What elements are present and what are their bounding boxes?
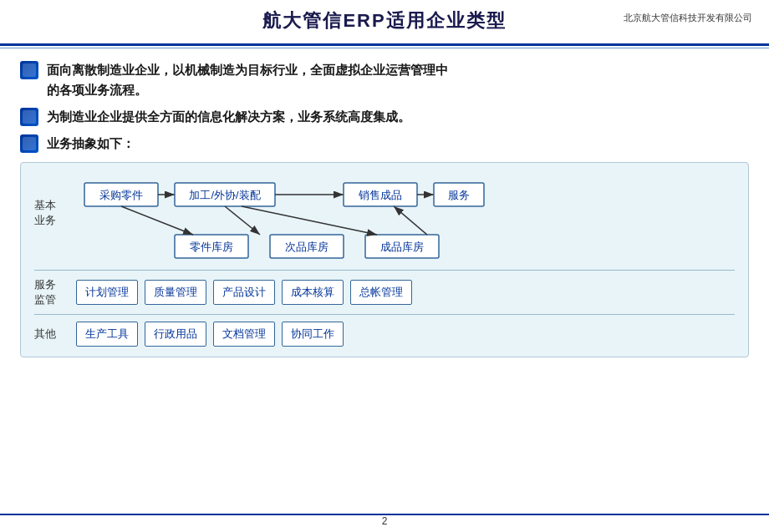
box-cost: 成本核算 xyxy=(282,280,344,305)
bullet-text-2: 为制造业企业提供全方面的信息化解决方案，业务系统高度集成。 xyxy=(47,107,410,127)
box-production-tools: 生产工具 xyxy=(76,322,138,347)
diagram-area: 基本业务 采购零件 加工/外协/装配 销 xyxy=(20,162,749,357)
svg-text:销售成品: 销售成品 xyxy=(358,189,402,201)
other-label: 其他 xyxy=(34,327,69,342)
svg-text:服务: 服务 xyxy=(448,189,470,201)
box-accounting: 总帐管理 xyxy=(350,280,412,305)
bullet-icon-1 xyxy=(20,61,38,79)
svg-text:加工/外协/装配: 加工/外协/装配 xyxy=(189,189,260,201)
flow-svg: 采购零件 加工/外协/装配 销售成品 服务 xyxy=(76,175,736,266)
header-line xyxy=(0,43,769,46)
bullet-icon-3 xyxy=(20,134,38,153)
box-product-design: 产品设计 xyxy=(213,280,275,305)
bullet-item-2: 为制造业企业提供全方面的信息化解决方案，业务系统高度集成。 xyxy=(20,107,749,127)
basic-label: 基本业务 xyxy=(34,198,69,228)
other-section: 其他 生产工具 行政用品 文档管理 协同工作 xyxy=(34,314,735,347)
bullet-text-3: 业务抽象如下： xyxy=(47,134,135,154)
box-planning: 计划管理 xyxy=(76,280,138,305)
box-quality: 质量管理 xyxy=(145,280,206,305)
svg-text:成品库房: 成品库房 xyxy=(380,241,424,253)
svg-text:采购零件: 采购零件 xyxy=(99,189,143,201)
basic-business-section: 基本业务 采购零件 加工/外协/装配 销 xyxy=(34,175,735,266)
service-boxes: 计划管理 质量管理 产品设计 成本核算 总帐管理 xyxy=(76,280,412,305)
svg-line-20 xyxy=(394,206,427,235)
other-boxes: 生产工具 行政用品 文档管理 协同工作 xyxy=(76,322,344,347)
bullet-text-1: 面向离散制造业企业，以机械制造为目标行业，全面虚拟企业运营管理中的各项业务流程。 xyxy=(47,60,448,100)
service-label: 服务监管 xyxy=(34,277,69,307)
service-section: 服务监管 计划管理 质量管理 产品设计 成本核算 总帐管理 xyxy=(34,270,735,307)
svg-text:次品库房: 次品库房 xyxy=(285,241,328,253)
footer-page: 2 xyxy=(382,515,388,527)
svg-text:零件库房: 零件库房 xyxy=(190,241,233,253)
box-admin-supplies: 行政用品 xyxy=(145,322,206,347)
svg-line-19 xyxy=(242,206,377,235)
box-collaboration: 协同工作 xyxy=(282,322,344,347)
bullet-icon-2 xyxy=(20,108,38,126)
svg-line-18 xyxy=(225,206,260,235)
box-document-mgmt: 文档管理 xyxy=(213,322,275,347)
bullet-item-1: 面向离散制造业企业，以机械制造为目标行业，全面虚拟企业运营管理中的各项业务流程。 xyxy=(20,60,749,100)
bullet-section: 面向离散制造业企业，以机械制造为目标行业，全面虚拟企业运营管理中的各项业务流程。… xyxy=(20,60,749,154)
company-name: 北京航大管信科技开发有限公司 xyxy=(624,12,752,24)
flow-container: 采购零件 加工/外协/装配 销售成品 服务 xyxy=(76,175,736,266)
svg-line-17 xyxy=(121,206,193,235)
main-content: 面向离散制造业企业，以机械制造为目标行业，全面虚拟企业运营管理中的各项业务流程。… xyxy=(0,48,769,366)
header: 航大管信ERP适用企业类型 北京航大管信科技开发有限公司 xyxy=(0,0,769,38)
bullet-item-3: 业务抽象如下： xyxy=(20,134,749,154)
